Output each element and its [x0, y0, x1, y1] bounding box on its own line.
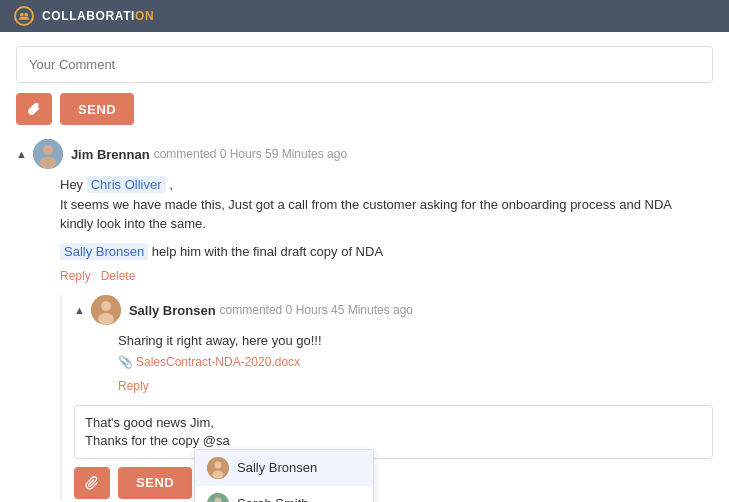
- collapse-arrow[interactable]: ▲: [16, 148, 27, 160]
- reply-collapse-arrow[interactable]: ▲: [74, 304, 85, 316]
- mention-sally: Sally Bronsen: [60, 243, 148, 260]
- reply-author: Sally Bronsen: [129, 303, 216, 318]
- collaboration-icon: [14, 6, 34, 26]
- comment-actions: Reply Delete: [60, 267, 713, 285]
- toolbar-row: SEND: [16, 93, 713, 125]
- comment-item: ▲ Jim Brennan commented 0 Hours 59 Minut…: [16, 139, 713, 502]
- reply-toolbar: SEND: [74, 467, 713, 499]
- reply-avatar: [91, 295, 121, 325]
- comment-author: Jim Brennan: [71, 147, 150, 162]
- svg-point-3: [43, 145, 53, 155]
- svg-point-0: [20, 13, 24, 17]
- paperclip-icon: 📎: [118, 353, 133, 371]
- reply-attachment-button[interactable]: [74, 467, 110, 499]
- svg-point-7: [98, 313, 114, 325]
- comment-input-wrapper: [16, 46, 713, 83]
- reply-meta: commented 0 Hours 45 Minutes ago: [220, 303, 413, 317]
- send-button[interactable]: SEND: [60, 93, 134, 125]
- svg-point-4: [40, 157, 56, 169]
- autocomplete-dropdown: Sally Bronsen Sarah: [194, 449, 374, 503]
- comment-thread: ▲ Jim Brennan commented 0 Hours 59 Minut…: [16, 139, 713, 502]
- reply-input-area: That's good news Jim, Thanks for the cop…: [74, 405, 713, 499]
- autocomplete-name-sarah: Sarah Smith: [237, 496, 309, 502]
- attachment-button[interactable]: [16, 93, 52, 125]
- delete-link[interactable]: Delete: [101, 267, 136, 285]
- svg-point-10: [213, 470, 224, 478]
- comment-body: Hey Chris Olliver , It seems we have mad…: [60, 175, 713, 285]
- reply-thread: ▲ Sally Bronsen commented 0 Hours 45 Min…: [60, 295, 713, 499]
- autocomplete-avatar-sarah: [207, 493, 229, 503]
- reply-item: ▲ Sally Bronsen commented 0 Hours 45 Min…: [74, 295, 713, 499]
- reply-input-box[interactable]: That's good news Jim, Thanks for the cop…: [74, 405, 713, 459]
- attachment-link[interactable]: 📎 SalesContract-NDA-2020.docx: [118, 353, 713, 371]
- header-bar: COLLABORATION: [0, 0, 729, 32]
- reply-send-button[interactable]: SEND: [118, 467, 192, 499]
- comment-header-row: ▲ Jim Brennan commented 0 Hours 59 Minut…: [16, 139, 713, 169]
- svg-point-6: [101, 301, 111, 311]
- reply-body: Sharing it right away, here you go!!! 📎 …: [118, 331, 713, 395]
- comment-meta: commented 0 Hours 59 Minutes ago: [154, 147, 347, 161]
- svg-point-9: [215, 461, 222, 468]
- reply-reply-link[interactable]: Reply: [118, 377, 149, 395]
- autocomplete-item-sally[interactable]: Sally Bronsen: [195, 450, 373, 486]
- autocomplete-name-sally: Sally Bronsen: [237, 460, 317, 475]
- svg-point-1: [24, 13, 28, 17]
- content-area: SEND ▲ Jim Brennan commented 0 Hours 59 …: [0, 32, 729, 502]
- autocomplete-avatar-sally: [207, 457, 229, 479]
- reply-header-row: ▲ Sally Bronsen commented 0 Hours 45 Min…: [74, 295, 713, 325]
- reply-link[interactable]: Reply: [60, 267, 91, 285]
- autocomplete-item-sarah[interactable]: Sarah Smith: [195, 486, 373, 503]
- avatar: [33, 139, 63, 169]
- header-title: COLLABORATION: [42, 9, 154, 23]
- mention-chris: Chris Olliver: [87, 176, 166, 193]
- reply-actions: Reply: [118, 377, 713, 395]
- mention-text: help him with the final draft copy of ND…: [152, 244, 383, 259]
- comment-input[interactable]: [17, 47, 712, 82]
